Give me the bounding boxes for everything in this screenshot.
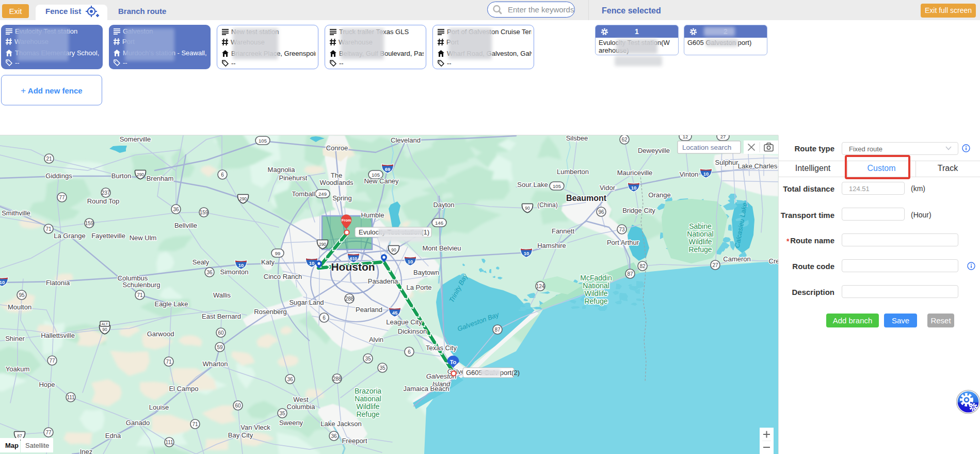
svg-text:League City: League City [386, 318, 422, 326]
svg-text:Location search: Location search [682, 144, 731, 151]
svg-text:Cinco Ranch: Cinco Ranch [264, 273, 302, 280]
svg-text:Cre: Cre [769, 257, 778, 265]
svg-text:Magnolia: Magnolia [268, 166, 296, 174]
svg-text:Round Top: Round Top [87, 197, 120, 205]
svg-text:From: From [342, 218, 351, 223]
svg-text:Pinehurst: Pinehurst [279, 174, 308, 182]
svg-text:99: 99 [275, 251, 281, 256]
svg-text:59: 59 [217, 345, 223, 350]
svg-text:111: 111 [165, 440, 173, 445]
svg-text:Wallis: Wallis [213, 291, 231, 299]
svg-text:77: 77 [45, 430, 52, 435]
svg-text:Freeport: Freeport [342, 437, 367, 445]
svg-text:35: 35 [279, 411, 285, 416]
svg-text:Map: Map [5, 442, 19, 449]
svg-text:Somerville: Somerville [120, 135, 151, 143]
svg-text:East Bernard: East Bernard [202, 312, 241, 320]
svg-text:36: 36 [173, 207, 179, 212]
svg-text:Cameron: Cameron [723, 255, 750, 263]
svg-text:87: 87 [627, 271, 633, 277]
svg-text:290: 290 [319, 242, 326, 247]
svg-text:Alvin: Alvin [369, 336, 383, 343]
svg-text:Beaumont: Beaumont [566, 194, 607, 202]
svg-text:249: 249 [318, 191, 327, 197]
svg-text:Mauriceville: Mauriceville [617, 169, 653, 177]
svg-text:95: 95 [19, 292, 25, 298]
svg-text:Hallettsville: Hallettsville [41, 332, 75, 339]
svg-text:The: The [331, 171, 342, 179]
svg-text:Silsbee: Silsbee [566, 135, 588, 142]
svg-text:Burton: Burton [111, 172, 131, 180]
svg-text:Brazoria: Brazoria [355, 387, 381, 395]
svg-text:Wharton: Wharton [202, 360, 228, 368]
svg-text:36: 36 [287, 377, 293, 382]
svg-text:Sour Lake: Sour Lake [517, 181, 548, 189]
svg-text:Pearland: Pearland [356, 306, 382, 314]
svg-text:288: 288 [333, 376, 342, 382]
svg-text:290: 290 [239, 196, 247, 201]
svg-text:West: West [293, 396, 309, 403]
svg-text:45: 45 [392, 310, 398, 316]
svg-text:Spring: Spring [332, 194, 352, 202]
svg-text:To: To [450, 359, 457, 365]
svg-text:111: 111 [67, 395, 75, 400]
svg-text:21: 21 [46, 156, 52, 162]
svg-text:Deweyville: Deweyville [638, 147, 670, 154]
svg-text:159: 159 [85, 221, 94, 226]
svg-text:Mont Belvieu: Mont Belvieu [422, 244, 461, 252]
svg-text:New Ulm: New Ulm [130, 234, 157, 242]
svg-text:Pasadena: Pasadena [368, 277, 398, 285]
svg-text:Eagle Lake: Eagle Lake [154, 300, 188, 308]
svg-text:Dayton: Dayton [433, 201, 454, 209]
svg-text:Sulphur: Sulphur [715, 159, 738, 166]
svg-text:National: National [687, 230, 713, 238]
svg-text:36: 36 [331, 433, 337, 439]
svg-text:73: 73 [619, 227, 625, 232]
svg-text:Yoakum: Yoakum [6, 365, 30, 373]
svg-text:Flatonia: Flatonia [46, 279, 70, 287]
svg-text:Wildlife: Wildlife [356, 402, 379, 411]
svg-text:Dickinson: Dickinson [398, 327, 427, 335]
svg-text:Bay City: Bay City [228, 431, 253, 439]
svg-text:71: 71 [45, 226, 52, 232]
svg-text:Cleveland: Cleveland [391, 136, 421, 144]
svg-text:87: 87 [17, 433, 22, 439]
svg-text:Shiner: Shiner [5, 335, 25, 342]
svg-text:Lake Jackson: Lake Jackson [320, 420, 362, 428]
svg-text:Garwood: Garwood [147, 330, 174, 338]
svg-text:36: 36 [206, 270, 213, 275]
svg-text:146: 146 [435, 220, 443, 226]
svg-text:10: 10 [524, 251, 529, 256]
svg-text:Bridge City: Bridge City [622, 207, 655, 214]
svg-text:Hamshire: Hamshire [537, 242, 566, 249]
svg-text:12: 12 [683, 135, 688, 139]
svg-text:10: 10 [238, 262, 244, 268]
svg-text:Woodlands: Woodlands [320, 179, 354, 186]
svg-text:Ganado: Ganado [126, 419, 150, 427]
svg-text:Katy: Katy [261, 258, 275, 266]
svg-text:10: 10 [703, 171, 709, 177]
svg-text:Simonton: Simonton [220, 268, 249, 276]
svg-text:288: 288 [345, 296, 354, 302]
svg-text:6: 6 [408, 349, 411, 355]
svg-text:105: 105 [553, 183, 561, 189]
svg-text:159: 159 [200, 210, 208, 215]
svg-text:National: National [583, 281, 609, 290]
svg-text:Van Vleck: Van Vleck [240, 424, 270, 431]
svg-text:60: 60 [235, 403, 241, 409]
svg-text:6: 6 [221, 172, 224, 178]
svg-text:Louise: Louise [149, 403, 169, 411]
svg-text:35: 35 [365, 356, 371, 362]
svg-text:237: 237 [102, 190, 110, 196]
svg-text:Sabine: Sabine [689, 222, 712, 230]
svg-text:60: 60 [218, 330, 224, 336]
svg-text:Wildlife: Wildlife [584, 289, 607, 298]
svg-text:Humble: Humble [361, 211, 384, 219]
svg-text:35: 35 [379, 365, 385, 371]
svg-text:77: 77 [59, 195, 65, 200]
svg-text:90: 90 [391, 247, 396, 253]
svg-text:Orange: Orange [648, 191, 670, 199]
svg-text:El Campo: El Campo [169, 385, 198, 393]
svg-text:71: 71 [192, 421, 198, 427]
svg-text:27: 27 [720, 135, 726, 139]
